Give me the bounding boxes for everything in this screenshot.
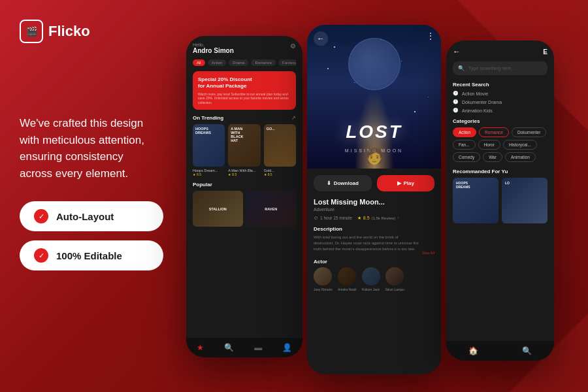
movie-card-hoops[interactable]: HOOPSDREAMS Hoops Dream... ★ 8.5 xyxy=(193,124,225,176)
movie-detail-content: ⬇ Download ▶ Play Lost Missing Moon... A… xyxy=(307,169,441,298)
movie-hero: LOST MISSING MOON 🧑 ← ⋮ xyxy=(307,25,441,169)
user-name: Andro Simon xyxy=(193,47,234,54)
search-history-icon-2: 🕐 xyxy=(453,99,459,105)
description-section-title: Description xyxy=(314,226,434,232)
gear-icon[interactable]: ⚙ xyxy=(290,42,296,50)
play-button[interactable]: ▶ Play xyxy=(377,175,435,191)
phone3-nav-search-icon[interactable]: 🔍 xyxy=(522,346,532,355)
phone1-nav: ★ 🔍 ▬ 👤 xyxy=(186,338,302,357)
tab-drama[interactable]: Drama xyxy=(229,59,248,66)
actor-3: Kidson Jack xyxy=(362,267,380,291)
recent-search-title: Recent Search xyxy=(453,82,547,88)
phone3-back-icon[interactable]: ← xyxy=(453,47,461,56)
actor-name-1: Joey Nimuko xyxy=(314,287,333,291)
check-icon-1: ✓ xyxy=(34,209,48,223)
actor-section-title: Actor xyxy=(314,259,434,265)
movie-title-hero: LOST xyxy=(346,122,402,142)
play-icon: ▶ xyxy=(397,180,401,186)
recent-item-text-1: Action Movie xyxy=(462,91,488,96)
recent-item-2[interactable]: 🕐 Dokumenter Drama xyxy=(453,99,547,105)
movie-card-blackhat[interactable]: A MANWITHBLACKHAT A Man With Bla... ★ 8.… xyxy=(228,124,260,176)
recent-item-3[interactable]: 🕐 Animation Kids xyxy=(453,108,547,113)
phone3-nav: 🏠 🔍 xyxy=(446,341,554,361)
duration-meta: ⏱ 1 hour 15 minute xyxy=(314,216,352,220)
popular-title: Popular xyxy=(193,182,212,188)
more-options-icon[interactable]: ⋮ xyxy=(427,31,434,41)
download-icon: ⬇ xyxy=(327,180,331,186)
tab-fantasy[interactable]: Fantasy xyxy=(278,59,296,66)
tagline: We've crafted this designwith meticulous… xyxy=(20,115,170,182)
action-buttons: ⬇ Download ▶ Play xyxy=(314,175,434,191)
rec-card-hoops[interactable]: HOOPSDREAMS xyxy=(453,178,498,223)
review-count: (1,5k Review) xyxy=(372,216,396,220)
cat-horor[interactable]: Horor xyxy=(478,140,500,150)
cat-historical[interactable]: Historycal... xyxy=(503,140,537,150)
trending-header: On Trending ↗ xyxy=(193,115,296,121)
poster-title-hoops: HOOPSDREAMS xyxy=(195,127,211,135)
promo-banner[interactable]: Special 20% Discountfor Annual Package W… xyxy=(193,71,296,110)
tab-all[interactable]: All xyxy=(193,59,205,66)
phone1-home: Hello, Andro Simon ⚙ All Action Drama Ro… xyxy=(186,36,302,357)
actor-2: Amelia Noah xyxy=(338,267,357,291)
logo: 🎬 Flicko xyxy=(20,20,170,43)
tab-romance[interactable]: Romance xyxy=(251,59,276,66)
recommended-title: Recommanded For Yu xyxy=(453,169,547,174)
actor-1: Joey Nimuko xyxy=(314,267,333,291)
cat-comedy[interactable]: Comedy xyxy=(453,152,480,162)
popular-stallion[interactable]: STALLION xyxy=(193,191,243,227)
planet-image xyxy=(348,38,400,90)
actor-4: Sikun Lampu xyxy=(385,267,404,291)
back-button[interactable]: ← xyxy=(314,31,328,46)
actor-avatar-3 xyxy=(362,267,380,286)
poster-title-gold: GO... xyxy=(267,127,275,131)
actor-avatar-1 xyxy=(314,267,332,286)
nav-film-icon[interactable]: ▬ xyxy=(254,343,262,352)
nav-profile-icon[interactable]: 👤 xyxy=(282,343,292,352)
popular-row: STALLION RAVEN xyxy=(193,191,296,227)
auto-layout-badge: ✓ Auto-Layout xyxy=(20,201,163,231)
search-box[interactable]: 🔍 Type something here... xyxy=(453,61,547,75)
phone3-nav-home-icon[interactable]: 🏠 xyxy=(468,346,478,355)
movie-genre: Adventure xyxy=(314,207,434,212)
movie-rating-blackhat: ★ 8.5 xyxy=(228,172,260,176)
search-history-icon-1: 🕐 xyxy=(453,91,459,96)
actor-name-3: Kidson Jack xyxy=(362,287,380,291)
see-all-link[interactable]: See All xyxy=(422,251,434,255)
cat-war[interactable]: War xyxy=(483,152,502,162)
cat-action[interactable]: Action xyxy=(453,127,476,137)
download-button[interactable]: ⬇ Download xyxy=(314,175,372,191)
cat-romance[interactable]: Romance xyxy=(479,127,509,137)
search-placeholder: Type something here... xyxy=(468,66,515,71)
search-history-icon-3: 🕐 xyxy=(453,108,459,113)
cat-animation[interactable]: Animation xyxy=(505,152,536,162)
trending-row: HOOPSDREAMS Hoops Dream... ★ 8.5 A MANWI… xyxy=(193,124,296,176)
categories-title: Categories xyxy=(453,118,547,124)
rec-card-lost[interactable]: lo xyxy=(502,178,547,223)
phone3-title: E xyxy=(543,48,547,56)
tab-action[interactable]: Action xyxy=(208,59,227,66)
trending-arrow[interactable]: ↗ xyxy=(291,115,296,121)
nav-search-icon[interactable]: 🔍 xyxy=(224,343,234,352)
brand-name: Flicko xyxy=(48,23,90,40)
cat-fantasy[interactable]: Fan... xyxy=(453,140,476,150)
recent-item-1[interactable]: 🕐 Action Movie xyxy=(453,91,547,96)
trending-title: On Trending xyxy=(193,115,223,121)
editable-badge: ✓ 100% Editable xyxy=(20,240,163,270)
movie-card-gold[interactable]: GO... Gold... ★ 8.5 xyxy=(264,124,296,176)
nav-home-icon[interactable]: ★ xyxy=(197,343,204,352)
search-icon: 🔍 xyxy=(458,65,465,71)
clock-icon: ⏱ xyxy=(314,216,318,220)
promo-desc: Watch more, pay less! Subscribe to our a… xyxy=(198,92,291,105)
person-silhouette: 🧑 xyxy=(365,147,384,165)
popular-raven[interactable]: RAVEN xyxy=(246,191,297,227)
cat-dokumenter[interactable]: Dokumenter xyxy=(512,127,546,137)
actor-avatar-4 xyxy=(385,267,404,286)
actor-row: Joey Nimuko Amelia Noah Kidson Jack Siku… xyxy=(314,267,434,291)
left-section: 🎬 Flicko We've crafted this designwith m… xyxy=(20,20,170,280)
recent-item-text-3: Animation Kids xyxy=(462,108,493,113)
auto-layout-label: Auto-Layout xyxy=(56,211,114,222)
popular-header: Popular xyxy=(193,182,296,188)
rating-meta: ★ 8.5 (1,5k Review) › xyxy=(357,215,399,221)
phone2-detail: LOST MISSING MOON 🧑 ← ⋮ ⬇ Download ▶ Pla… xyxy=(307,25,441,374)
phone1-header: Hello, Andro Simon ⚙ xyxy=(193,42,296,54)
